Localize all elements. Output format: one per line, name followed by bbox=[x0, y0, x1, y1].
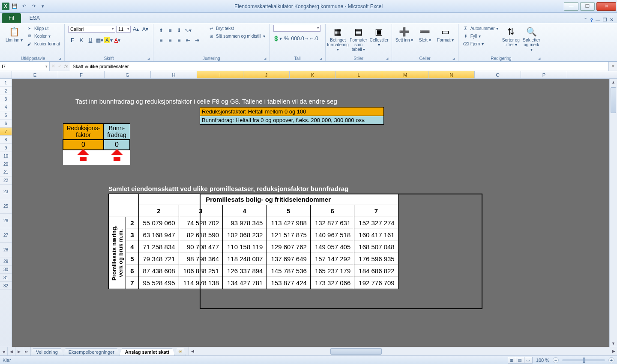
scroll-right-icon[interactable]: ▶ bbox=[610, 347, 617, 355]
row-header-29[interactable]: 29 bbox=[0, 257, 12, 266]
merge-center-button[interactable]: ⊞Slå sammen og midtstill ▾ bbox=[207, 33, 266, 39]
page-break-view-button[interactable]: ▭ bbox=[524, 357, 533, 364]
row-header-21[interactable]: 21 bbox=[0, 168, 12, 176]
underline-button[interactable]: U bbox=[86, 36, 95, 45]
column-header-F[interactable]: F bbox=[58, 71, 105, 78]
zoom-in-button[interactable]: + bbox=[608, 357, 614, 363]
row-header-22[interactable]: 22 bbox=[0, 176, 12, 185]
help-icon[interactable]: ? bbox=[590, 18, 593, 23]
name-box[interactable]: I7 bbox=[0, 62, 50, 71]
cut-button[interactable]: ✂Klipp ut bbox=[26, 25, 61, 32]
fill-color-button[interactable]: A▾ bbox=[104, 36, 113, 45]
decrease-decimal-button[interactable]: ←.0 bbox=[309, 34, 318, 43]
cell-f8-reduksjonsfaktor[interactable]: 0 bbox=[63, 140, 104, 150]
copy-button[interactable]: ⧉Kopier ▾ bbox=[26, 33, 61, 39]
row-header-31[interactable]: 31 bbox=[0, 274, 12, 282]
cancel-formula-icon[interactable]: ✕ bbox=[51, 63, 55, 69]
border-button[interactable]: ▦▾ bbox=[95, 36, 104, 45]
column-header-J[interactable]: J bbox=[243, 71, 290, 78]
format-painter-button[interactable]: 🖌Kopier format bbox=[26, 40, 61, 47]
accounting-format-button[interactable]: 💲▾ bbox=[273, 34, 282, 43]
column-header-I[interactable]: I bbox=[197, 71, 243, 78]
column-header-G[interactable]: G bbox=[105, 71, 151, 78]
row-header-25[interactable]: 25 bbox=[0, 199, 12, 214]
row-header-23[interactable]: 23 bbox=[0, 185, 12, 199]
sheet-canvas[interactable]: Tast inn bunnfradrag og reduksjonsfaktor… bbox=[12, 79, 609, 347]
zoom-knob[interactable] bbox=[583, 358, 585, 363]
row-header-30[interactable]: 30 bbox=[0, 266, 12, 274]
horizontal-scrollbar[interactable]: ◀ ▶ bbox=[189, 347, 617, 355]
tab-file[interactable]: Fil bbox=[2, 13, 21, 23]
percent-format-button[interactable]: % bbox=[282, 34, 291, 43]
sort-filter-button[interactable]: ⇅Sorter og filtrer ▾ bbox=[502, 25, 520, 47]
tab-first-icon[interactable]: ⏮ bbox=[0, 347, 8, 355]
qat-redo-icon[interactable]: ↷ bbox=[29, 2, 38, 11]
align-middle-button[interactable]: ≡ bbox=[166, 26, 174, 35]
zoom-out-button[interactable]: − bbox=[553, 357, 559, 363]
column-header-K[interactable]: K bbox=[290, 71, 336, 78]
align-left-button[interactable]: ≡ bbox=[157, 36, 165, 45]
qat-undo-icon[interactable]: ↶ bbox=[20, 2, 28, 11]
qat-customize-icon[interactable]: ▾ bbox=[39, 2, 47, 11]
zoom-slider[interactable] bbox=[562, 359, 605, 361]
bold-button[interactable]: F bbox=[68, 36, 77, 45]
normal-view-button[interactable]: ▦ bbox=[508, 357, 516, 364]
page-layout-view-button[interactable]: ▤ bbox=[516, 357, 524, 364]
workbook-minimize-icon[interactable]: — bbox=[596, 18, 600, 23]
tab-next-icon[interactable]: ▶ bbox=[15, 347, 23, 355]
row-header-10[interactable]: 10 bbox=[0, 152, 12, 160]
align-top-button[interactable]: ⬆ bbox=[157, 26, 165, 35]
scroll-left-icon[interactable]: ◀ bbox=[189, 347, 196, 355]
paste-button[interactable]: 📋 Lim inn ▾ bbox=[5, 25, 23, 42]
row-header-4[interactable]: 4 bbox=[0, 103, 12, 111]
fx-icon[interactable]: fx bbox=[64, 64, 68, 69]
grow-font-button[interactable]: A▴ bbox=[132, 25, 140, 33]
cell-styles-button[interactable]: ▣Cellestiler ▾ bbox=[370, 25, 388, 47]
row-header-1[interactable]: 1 bbox=[0, 79, 12, 87]
align-center-button[interactable]: ≡ bbox=[166, 36, 174, 45]
row-header-3[interactable]: 3 bbox=[0, 95, 12, 103]
minimize-button[interactable]: — bbox=[564, 2, 578, 11]
align-right-button[interactable]: ≡ bbox=[175, 36, 183, 45]
autosum-button[interactable]: ΣAutosummer ▾ bbox=[462, 25, 500, 32]
row-header-2[interactable]: 2 bbox=[0, 87, 12, 95]
zoom-level[interactable]: 100 % bbox=[536, 358, 549, 363]
column-header-O[interactable]: O bbox=[475, 71, 521, 78]
find-select-button[interactable]: 🔍Søk etter og merk ▾ bbox=[522, 25, 540, 52]
scroll-down-icon[interactable]: ▼ bbox=[610, 340, 617, 347]
expand-formula-bar-icon[interactable]: ▾ bbox=[608, 62, 617, 71]
row-header-5[interactable]: 5 bbox=[0, 111, 12, 119]
align-bottom-button[interactable]: ⬇ bbox=[175, 26, 183, 35]
format-as-table-button[interactable]: ▤Formater som tabell ▾ bbox=[350, 25, 368, 52]
format-cells-button[interactable]: ▭Format ▾ bbox=[437, 25, 455, 42]
conditional-formatting-button[interactable]: ▦Betinget formatering ▾ bbox=[329, 25, 347, 52]
sheet-tab-eksempelberegninger[interactable]: Eksempelberegninger bbox=[63, 348, 120, 355]
italic-button[interactable]: K bbox=[77, 36, 86, 45]
column-header-E[interactable]: E bbox=[12, 71, 58, 78]
scroll-thumb[interactable] bbox=[611, 87, 616, 113]
column-header-N[interactable]: N bbox=[428, 71, 475, 78]
shrink-font-button[interactable]: A▾ bbox=[141, 25, 150, 33]
row-header-28[interactable]: 28 bbox=[0, 243, 12, 257]
formula-input[interactable]: Skatt v/ulike promillesatser bbox=[70, 62, 608, 71]
font-name-combo[interactable]: Calibri bbox=[68, 26, 115, 33]
column-header-M[interactable]: M bbox=[382, 71, 428, 78]
increase-decimal-button[interactable]: .0→ bbox=[300, 34, 309, 43]
row-header-6[interactable]: 6 bbox=[0, 119, 12, 128]
number-format-combo[interactable] bbox=[273, 25, 320, 32]
row-header-8[interactable]: 8 bbox=[0, 136, 12, 144]
ribbon-minimize-icon[interactable]: ⌃ bbox=[584, 17, 587, 23]
tab-last-icon[interactable]: ⏭ bbox=[23, 347, 31, 355]
delete-cells-button[interactable]: ➖Slett ▾ bbox=[416, 25, 434, 42]
font-size-combo[interactable]: 11 bbox=[116, 26, 131, 33]
tab-prev-icon[interactable]: ◀ bbox=[8, 347, 15, 355]
new-sheet-button[interactable]: ✳ bbox=[174, 348, 186, 355]
indent-increase-button[interactable]: ⇥ bbox=[193, 36, 201, 45]
column-header-P[interactable]: P bbox=[521, 71, 567, 78]
close-button[interactable]: ✕ bbox=[596, 2, 616, 11]
fill-button[interactable]: ⬇Fyll ▾ bbox=[462, 33, 500, 39]
row-header-26[interactable]: 26 bbox=[0, 214, 12, 228]
sheet-tab-anslag-samlet-skatt[interactable]: Anslag samlet skatt bbox=[120, 348, 175, 355]
insert-cells-button[interactable]: ➕Sett inn ▾ bbox=[395, 25, 413, 42]
workbook-restore-icon[interactable]: ❐ bbox=[603, 17, 607, 23]
